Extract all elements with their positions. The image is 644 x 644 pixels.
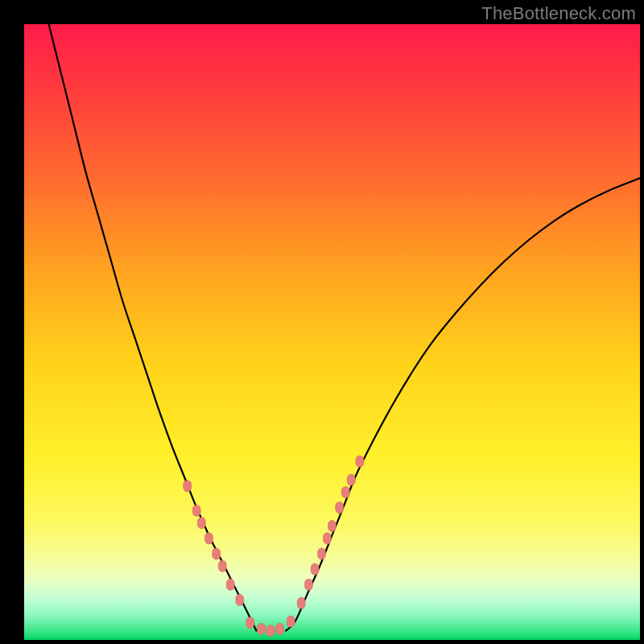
data-marker — [311, 564, 319, 575]
plot-area — [24, 24, 640, 640]
data-marker — [336, 502, 344, 514]
left-curve — [49, 24, 257, 631]
curve-svg — [24, 24, 640, 640]
data-markers — [184, 456, 364, 636]
data-marker — [356, 456, 364, 467]
data-marker — [226, 579, 234, 590]
data-marker — [275, 623, 283, 634]
data-marker — [323, 533, 331, 544]
data-marker — [304, 579, 312, 590]
data-marker — [328, 520, 336, 531]
data-marker — [236, 594, 244, 605]
data-marker — [246, 617, 254, 629]
data-marker — [297, 597, 305, 609]
data-marker — [258, 623, 266, 634]
data-marker — [184, 481, 192, 492]
data-marker — [197, 518, 205, 529]
watermark-text: TheBottleneck.com — [481, 3, 636, 24]
data-marker — [266, 625, 275, 637]
data-marker — [192, 505, 200, 516]
right-curve — [286, 178, 640, 630]
data-marker — [341, 486, 349, 497]
data-marker — [318, 548, 326, 559]
data-marker — [347, 474, 355, 485]
data-marker — [205, 533, 213, 544]
data-marker — [218, 560, 226, 572]
data-marker — [213, 548, 221, 559]
data-marker — [287, 616, 295, 627]
chart-frame: TheBottleneck.com — [0, 0, 644, 644]
